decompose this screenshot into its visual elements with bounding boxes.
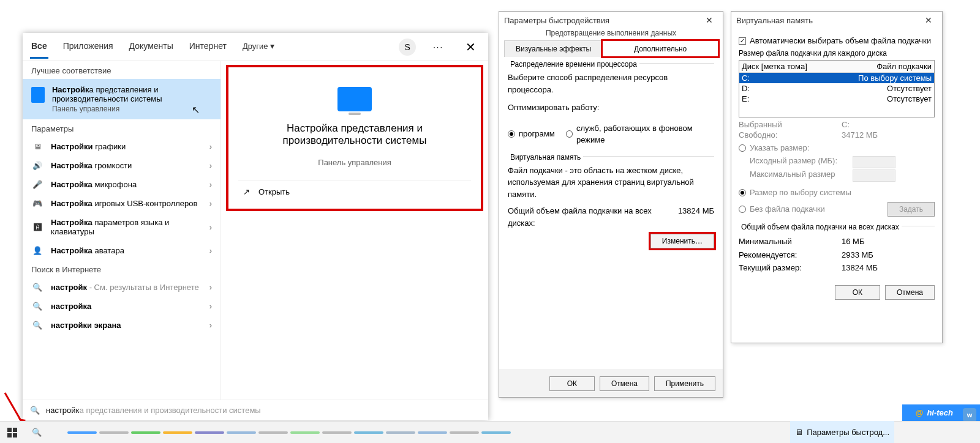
min-value: 16 МБ <box>842 236 864 248</box>
web-result-item[interactable]: 🔍настройка› <box>23 297 221 316</box>
virtual-memory-dialog: Виртуальная память✕ ✓Автоматически выбир… <box>731 11 943 343</box>
taskbar: 🔍 🖥Параметры быстрод... <box>0 421 980 443</box>
mouse-cursor-icon: ↖ <box>192 104 200 116</box>
apply-button[interactable]: Применить <box>654 376 715 391</box>
vm-total-label: Общий объем файла подкачки на всех диска… <box>508 205 678 229</box>
close-icon[interactable]: ✕ <box>461 37 481 57</box>
result-icon: 🎮 <box>31 199 43 208</box>
search-results-list: Лучшее соответствие Настройка представле… <box>23 61 221 400</box>
web-result-item[interactable]: 🔍настройки экрана› <box>23 316 221 335</box>
close-icon[interactable]: ✕ <box>920 14 937 26</box>
chevron-right-icon: › <box>209 321 212 330</box>
result-details-panel: Настройка представления и производительн… <box>226 65 483 211</box>
taskbar-app-perfoptions[interactable]: 🖥Параметры быстрод... <box>790 421 894 443</box>
chevron-right-icon: › <box>209 142 212 151</box>
cpu-group-title: Распределение времени процессора <box>508 60 639 69</box>
tab-overflow-label: Предотвращение выполнения данных <box>499 29 723 37</box>
settings-result-item[interactable]: 🅰Настройка параметров языка и клавиатуры… <box>23 213 221 241</box>
disk-row[interactable]: C:По выбору системы <box>739 73 934 83</box>
more-icon[interactable]: ··· <box>429 40 447 54</box>
radio-icon <box>739 144 746 152</box>
cpu-description: Выберите способ распределения ресурсов п… <box>508 72 714 95</box>
cur-label: Текущий размер: <box>739 262 831 274</box>
radio-no-paging[interactable]: Без файла подкачки <box>739 204 888 214</box>
tab-visual-effects[interactable]: Визуальные эффекты <box>504 40 603 57</box>
dialog-title: Виртуальная память <box>736 16 813 25</box>
search-typed-text: настройк <box>46 406 80 415</box>
search-icon: 🔍 <box>31 302 43 311</box>
cancel-button[interactable]: Отмена <box>885 285 935 300</box>
vm-description: Файл подкачки - это область на жестком д… <box>508 165 714 201</box>
svg-rect-4 <box>7 433 12 437</box>
chevron-right-icon: › <box>209 302 212 311</box>
hero-title: Настройка представления и производительн… <box>238 122 471 147</box>
search-tab-all[interactable]: Все <box>30 35 48 59</box>
search-tab-web[interactable]: Интернет <box>188 35 228 59</box>
disk-list[interactable]: Диск [метка тома]Файл подкачки C:По выбо… <box>739 60 935 117</box>
chevron-right-icon: › <box>209 180 212 189</box>
settings-result-item[interactable]: 🔊Настройка громкости› <box>23 156 221 175</box>
web-header: Поиск в Интернете <box>23 260 221 278</box>
open-icon: ↗ <box>243 187 250 196</box>
svg-rect-5 <box>13 433 17 437</box>
monitor-icon <box>337 87 372 111</box>
ok-button[interactable]: ОК <box>835 285 880 300</box>
free-space-value: 34712 МБ <box>842 130 878 140</box>
settings-result-item[interactable]: 🎤Настройка микрофона› <box>23 175 221 194</box>
best-match-item[interactable]: Настройка представления и производительн… <box>23 79 221 119</box>
initial-size-input <box>853 156 895 168</box>
radio-programs[interactable]: программ <box>508 122 555 146</box>
start-search-flyout: Все Приложения Документы Интернет Другие… <box>23 33 488 420</box>
search-button[interactable]: 🔍 <box>24 422 49 444</box>
selected-drive-label: Выбранный <box>739 120 831 129</box>
performance-options-dialog: Параметры быстродействия✕ Предотвращение… <box>499 11 723 398</box>
ok-button[interactable]: ОК <box>549 376 595 391</box>
settings-result-item[interactable]: 🖥Настройки графики› <box>23 137 221 156</box>
search-tab-more[interactable]: Другие ▾ <box>241 35 276 59</box>
auto-manage-checkbox[interactable]: ✓Автоматически выбирать объем файла подк… <box>739 36 935 45</box>
search-tab-row: Все Приложения Документы Интернет Другие… <box>23 33 488 61</box>
settings-result-item[interactable]: 🎮Настройка игровых USB-контроллеров› <box>23 194 221 213</box>
set-button: Задать <box>888 202 935 217</box>
radio-icon <box>739 189 746 196</box>
radio-icon <box>566 130 573 138</box>
radio-system-managed[interactable]: Размер по выбору системы <box>739 188 935 197</box>
max-size-input <box>853 169 895 182</box>
user-avatar[interactable]: S <box>399 39 416 56</box>
search-input-bar[interactable]: 🔍 настройка представления и производител… <box>23 400 488 420</box>
web-result-item[interactable]: 🔍настройк - См. результаты в Интернете› <box>23 278 221 297</box>
disk-row[interactable]: E:Отсутствует <box>739 94 934 104</box>
taskbar-app-label: Параметры быстрод... <box>807 428 889 437</box>
tab-advanced[interactable]: Дополнительно <box>602 40 718 57</box>
settings-result-item[interactable]: 👤Настройка аватара› <box>23 241 221 260</box>
search-tab-apps[interactable]: Приложения <box>62 35 115 59</box>
open-action[interactable]: ↗ Открыть <box>238 181 471 203</box>
radio-services[interactable]: служб, работающих в фоновом режиме <box>566 122 714 146</box>
change-button[interactable]: Изменить… <box>650 234 714 248</box>
monitor-icon <box>31 87 45 103</box>
open-label: Открыть <box>258 187 290 196</box>
chevron-right-icon: › <box>209 246 212 255</box>
result-icon: 🎤 <box>31 180 43 189</box>
checkbox-icon: ✓ <box>739 37 746 45</box>
search-suggestion-ghost: а представления и производительности сис… <box>80 406 261 415</box>
max-size-label: Максимальный размер <box>750 169 842 182</box>
rec-label: Рекомендуется: <box>739 249 831 261</box>
cancel-button[interactable]: Отмена <box>600 376 649 391</box>
radio-custom-size[interactable]: Указать размер: <box>739 143 935 152</box>
result-icon: 🖥 <box>31 142 43 151</box>
vm-total-value: 13824 МБ <box>678 205 714 229</box>
close-icon[interactable]: ✕ <box>701 14 718 26</box>
radio-icon <box>739 206 746 213</box>
svg-rect-2 <box>7 428 12 432</box>
radio-icon <box>508 130 515 138</box>
each-disk-label: Размер файла подкачки для каждого диска <box>739 49 935 58</box>
col-file-header: Файл подкачки <box>876 62 932 71</box>
search-tab-docs[interactable]: Документы <box>128 35 175 59</box>
start-button[interactable] <box>0 422 24 444</box>
selected-drive-value: C: <box>842 120 850 129</box>
total-group-title: Общий объем файла подкачки на всех диска… <box>739 223 902 231</box>
vm-group-title: Виртуальная память <box>508 153 583 162</box>
best-match-subtitle: Панель управления <box>52 105 212 113</box>
disk-row[interactable]: D:Отсутствует <box>739 83 934 94</box>
